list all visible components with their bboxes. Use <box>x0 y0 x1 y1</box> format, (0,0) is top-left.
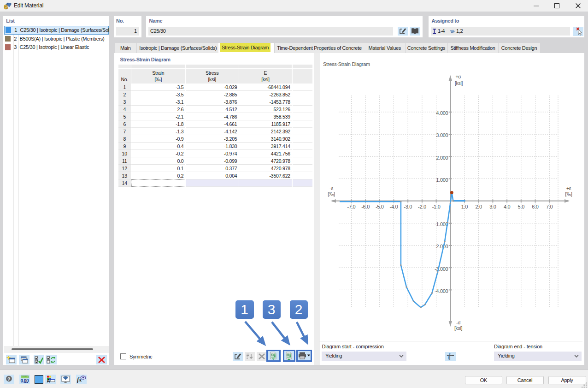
svg-text:7.0: 7.0 <box>546 204 553 209</box>
svg-text:-2.000: -2.000 <box>435 244 448 249</box>
svg-text:4.000: 4.000 <box>436 110 448 116</box>
svg-text:+σ: +σ <box>456 74 462 79</box>
svg-text:2.0: 2.0 <box>475 204 482 209</box>
svg-text:-1.000: -1.000 <box>435 221 448 227</box>
svg-text:-4.0: -4.0 <box>390 204 398 209</box>
svg-text:-3.000: -3.000 <box>435 266 448 272</box>
svg-text:6.0: 6.0 <box>532 204 539 209</box>
svg-text:+ε: +ε <box>566 185 571 191</box>
svg-text:fx: fx <box>77 376 82 383</box>
svg-text:-7.0: -7.0 <box>347 204 356 209</box>
svg-text:0.00: 0.00 <box>20 378 29 383</box>
svg-text:3.000: 3.000 <box>436 132 448 138</box>
svg-text:4.0: 4.0 <box>504 204 511 209</box>
svg-text:-2.0: -2.0 <box>418 204 426 209</box>
svg-text:-6.0: -6.0 <box>361 204 370 209</box>
svg-text:2.000: 2.000 <box>436 155 448 161</box>
svg-text:[‰]: [‰] <box>328 191 335 197</box>
svg-text:5.0: 5.0 <box>518 204 525 209</box>
svg-text:1.0: 1.0 <box>461 204 468 209</box>
svg-text:-ε: -ε <box>329 185 333 191</box>
svg-text:Stress-Strain Diagram: Stress-Strain Diagram <box>323 61 370 67</box>
svg-text:-3.0: -3.0 <box>404 204 412 209</box>
svg-text:-5.0: -5.0 <box>376 204 384 209</box>
svg-text:[ksi]: [ksi] <box>455 80 463 86</box>
svg-text:-σ: -σ <box>456 320 461 325</box>
svg-text:[ksi]: [ksi] <box>454 325 463 331</box>
svg-text:3.0: 3.0 <box>489 204 496 209</box>
svg-text:-1.0: -1.0 <box>432 204 441 209</box>
svg-text:6: 6 <box>4 3 8 10</box>
svg-text:?: ? <box>7 376 10 382</box>
svg-text:1.000: 1.000 <box>436 177 448 183</box>
svg-text:-4.000: -4.000 <box>435 288 448 294</box>
svg-text:A: A <box>47 378 50 383</box>
svg-text:[‰]: [‰] <box>565 191 572 197</box>
